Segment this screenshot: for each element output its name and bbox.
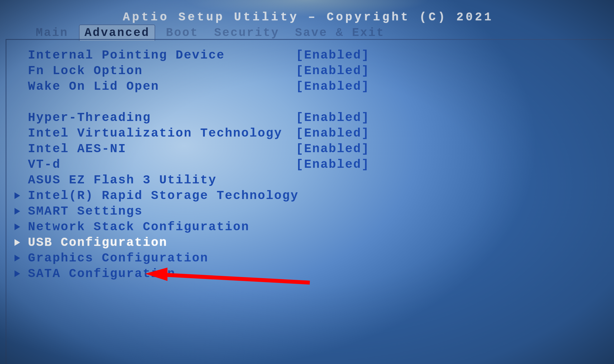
setting-label: USB Configuration [28,236,167,249]
setting-wake-on-lid-open[interactable]: Wake On Lid Open [Enabled] [14,79,614,94]
setting-label: Network Stack Configuration [28,220,250,234]
setting-smart-settings[interactable]: SMART Settings [14,203,614,219]
bios-title: Aptio Setup Utility – Copyright (C) 2021 [123,11,493,24]
settings-list: Internal Pointing Device [Enabled] Fn Lo… [14,47,614,282]
setting-fn-lock-option[interactable]: Fn Lock Option [Enabled] [14,63,614,79]
triangle-icon [14,254,28,262]
setting-hyper-threading[interactable]: Hyper-Threading [Enabled] [14,110,614,125]
setting-label: ASUS EZ Flash 3 Utility [28,173,217,187]
setting-vt-d[interactable]: VT-d [Enabled] [14,157,614,172]
setting-intel-rapid-storage[interactable]: Intel(R) Rapid Storage Technology [14,188,614,203]
tab-save-exit[interactable]: Save & Exit [290,25,390,41]
blank-row [14,94,614,110]
triangle-icon [14,223,28,231]
tab-row: Main Advanced Boot Security Save & Exit [31,25,390,41]
tab-security[interactable]: Security [209,25,284,41]
tab-boot[interactable]: Boot [161,25,203,41]
triangle-icon [14,207,28,215]
setting-label: Hyper-Threading [28,111,151,125]
tab-advanced[interactable]: Advanced [79,25,155,41]
setting-value: [Enabled] [296,142,370,156]
setting-label: Intel AES-NI [28,142,126,156]
setting-label: Internal Pointing Device [28,48,225,62]
triangle-icon [14,192,28,200]
setting-label: SATA Configuration [28,267,176,281]
setting-label: SMART Settings [28,204,143,218]
triangle-icon [14,239,28,246]
setting-label: Intel Virtualization Technology [28,126,282,140]
triangle-icon [14,270,28,278]
setting-intel-aes-ni[interactable]: Intel AES-NI [Enabled] [14,141,614,157]
setting-usb-configuration[interactable]: USB Configuration [14,235,614,250]
setting-value: [Enabled] [296,48,370,62]
setting-label: Wake On Lid Open [28,79,159,93]
setting-value: [Enabled] [296,126,370,140]
tab-main[interactable]: Main [31,25,73,41]
setting-value: [Enabled] [296,79,370,93]
setting-intel-virtualization[interactable]: Intel Virtualization Technology [Enabled… [14,125,614,141]
setting-asus-ez-flash[interactable]: ASUS EZ Flash 3 Utility [14,172,614,188]
setting-label: Graphics Configuration [28,251,208,265]
setting-network-stack[interactable]: Network Stack Configuration [14,219,614,235]
setting-label: Intel(R) Rapid Storage Technology [28,189,299,203]
setting-value: [Enabled] [296,111,370,125]
setting-graphics-configuration[interactable]: Graphics Configuration [14,250,614,266]
setting-value: [Enabled] [296,64,370,78]
setting-label: Fn Lock Option [28,64,143,78]
setting-internal-pointing-device[interactable]: Internal Pointing Device [Enabled] [14,47,614,63]
setting-sata-configuration[interactable]: SATA Configuration [14,266,614,282]
setting-label: VT-d [28,157,61,171]
setting-value: [Enabled] [296,157,370,171]
